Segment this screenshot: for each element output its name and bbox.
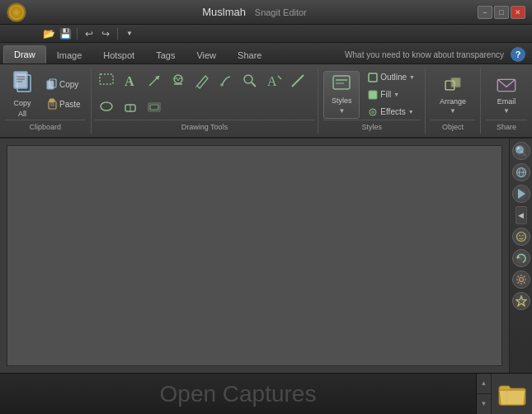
text-tool-icon: A <box>122 73 139 89</box>
copy-all-button[interactable]: Copy All <box>5 69 40 119</box>
svg-point-48 <box>519 278 523 282</box>
stamp-tool-button[interactable] <box>167 69 190 92</box>
magnify-tool-icon <box>242 73 258 89</box>
sidebar-search-button[interactable]: 🔍 <box>512 142 530 160</box>
title-bar: Muslmah Snagit Editor − □ ✕ <box>0 0 532 25</box>
sidebar-smiley-button[interactable] <box>512 228 530 246</box>
qa-redo-button[interactable]: ↪ <box>98 26 113 41</box>
effects-label: Effects <box>380 107 405 116</box>
close-button[interactable]: ✕ <box>511 6 525 19</box>
right-sidebar: 🔍 ◀ <box>509 139 532 373</box>
fill-label: Fill <box>380 90 391 99</box>
sidebar-refresh-button[interactable] <box>512 249 530 267</box>
scroll-controls: ▲ ▼ <box>476 374 491 415</box>
text-callout-button[interactable]: A <box>262 69 285 92</box>
tab-image[interactable]: Image <box>46 46 93 64</box>
styles-button[interactable]: Styles ▼ <box>323 71 360 119</box>
blur-tool-icon <box>146 98 162 115</box>
ribbon: Copy All Copy <box>0 64 532 139</box>
svg-line-23 <box>278 76 281 79</box>
svg-rect-34 <box>369 91 377 99</box>
tab-share[interactable]: Share <box>227 46 272 64</box>
scroll-up-button[interactable]: ▲ <box>477 374 491 394</box>
blur-tool-button[interactable] <box>143 95 166 118</box>
svg-point-25 <box>101 102 112 111</box>
svg-line-24 <box>292 75 304 87</box>
folder-icon <box>497 382 527 407</box>
ribbon-object-group: Arrange ▼ Object <box>426 68 481 134</box>
help-text: What you need to know about transparency <box>338 50 511 59</box>
svg-point-36 <box>371 111 374 114</box>
paste-icon <box>46 98 58 110</box>
qa-undo-button[interactable]: ↩ <box>82 26 97 41</box>
sidebar-play-button[interactable] <box>512 185 530 203</box>
drawing-tools-label: Drawing Tools <box>95 120 315 132</box>
outline-button[interactable]: Outline ▼ <box>363 70 420 85</box>
email-icon <box>495 75 518 96</box>
line-tool-button[interactable] <box>286 69 309 92</box>
styles-content: Styles ▼ Outline ▼ Fill ▼ <box>323 69 420 120</box>
copy-small-buttons: Copy Paste <box>41 69 86 119</box>
maximize-button[interactable]: □ <box>494 6 509 19</box>
sidebar-collapse-button[interactable]: ◀ <box>516 206 527 224</box>
quick-access-toolbar: 📂 💾 ↩ ↪ ▼ <box>0 25 532 43</box>
canvas-area[interactable]: ⊡ <box>7 145 502 366</box>
arrange-button[interactable]: Arrange ▼ <box>431 71 475 119</box>
effects-icon <box>368 107 378 117</box>
svg-point-44 <box>516 233 525 242</box>
globe-icon <box>516 167 527 178</box>
email-button[interactable]: Email ▼ <box>486 71 527 119</box>
tab-view[interactable]: View <box>186 46 227 64</box>
qa-dropdown-button[interactable]: ▼ <box>122 26 137 41</box>
brush-tool-icon <box>218 73 234 89</box>
svg-rect-12 <box>100 74 113 84</box>
select-tool-button[interactable] <box>95 69 118 92</box>
magnify-tool-button[interactable] <box>238 69 261 92</box>
folder-button[interactable] <box>491 374 532 415</box>
tab-draw[interactable]: Draw <box>3 45 46 64</box>
drawing-tools-items: A <box>95 69 315 120</box>
ribbon-styles-group: Styles ▼ Outline ▼ Fill ▼ <box>318 68 426 134</box>
qa-open-button[interactable]: 📂 <box>41 26 56 41</box>
pen-tool-icon <box>194 73 210 89</box>
svg-point-45 <box>519 235 520 237</box>
copy-button[interactable]: Copy <box>41 75 86 93</box>
play-icon <box>516 188 526 200</box>
arrange-label: Arrange <box>440 97 466 106</box>
arrow-tool-button[interactable] <box>143 69 166 92</box>
minimize-button[interactable]: − <box>478 6 492 19</box>
svg-line-21 <box>252 82 256 87</box>
svg-marker-43 <box>518 189 525 199</box>
tab-bar: Draw Image Hotspot Tags View Share What … <box>0 43 532 64</box>
sidebar-settings-button[interactable] <box>512 271 530 289</box>
qa-save-button[interactable]: 💾 <box>58 26 73 41</box>
eraser-tool-button[interactable] <box>119 95 142 118</box>
text-tool-button[interactable]: A <box>119 69 142 92</box>
brush-tool-button[interactable] <box>214 69 238 92</box>
svg-marker-49 <box>516 296 526 306</box>
fill-button[interactable]: Fill ▼ <box>363 87 420 102</box>
eraser-tool-icon <box>122 98 139 115</box>
text-callout-icon: A <box>266 73 282 89</box>
tab-hotspot[interactable]: Hotspot <box>92 46 145 64</box>
sidebar-star-button[interactable] <box>512 292 530 310</box>
svg-rect-38 <box>451 78 460 87</box>
paste-button[interactable]: Paste <box>41 95 86 113</box>
resize-handle[interactable]: ⊡ <box>494 356 500 364</box>
svg-marker-47 <box>517 256 520 259</box>
main-area: ⊡ 🔍 ◀ <box>0 139 532 373</box>
pen-tool-button[interactable] <box>191 69 214 92</box>
effects-button[interactable]: Effects ▼ <box>363 105 420 120</box>
bottom-panel: Open Captures ▲ ▼ <box>0 373 532 414</box>
help-button[interactable]: ? <box>511 47 525 62</box>
styles-group-label: Styles <box>323 120 420 132</box>
share-label: Share <box>486 120 527 132</box>
sidebar-globe-button[interactable] <box>512 163 530 181</box>
ellipse-tool-button[interactable] <box>95 95 118 118</box>
scroll-down-button[interactable]: ▼ <box>477 394 491 415</box>
copy-all-icon <box>11 70 34 96</box>
qa-separator <box>77 28 78 40</box>
tab-tags[interactable]: Tags <box>145 46 186 64</box>
style-options: Outline ▼ Fill ▼ Effects ▼ <box>363 70 420 120</box>
paste-label: Paste <box>59 100 81 109</box>
